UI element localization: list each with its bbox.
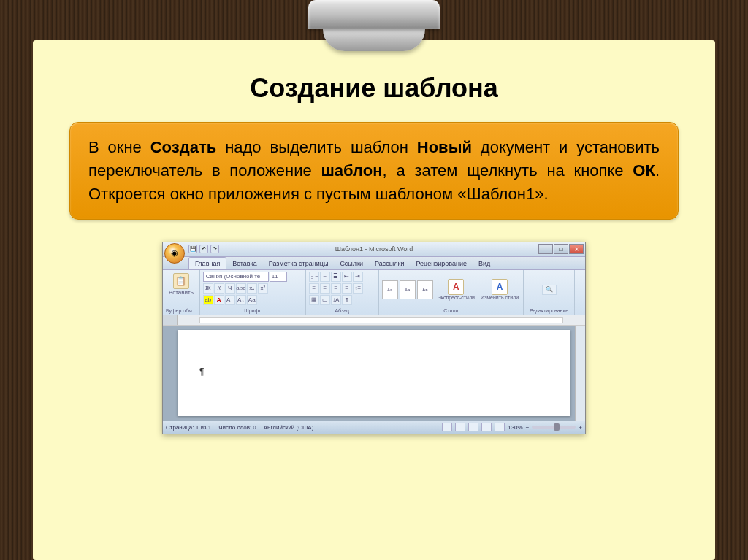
zoom-in-button[interactable]: + bbox=[579, 424, 582, 431]
align-right-button[interactable]: ≡ bbox=[331, 283, 341, 294]
group-clipboard: 📋 Вставить Буфер обм... bbox=[163, 270, 200, 315]
view-outline-button[interactable] bbox=[481, 423, 492, 431]
style-heading1[interactable]: Aa bbox=[417, 280, 433, 299]
numbering-button[interactable]: ≡ bbox=[320, 272, 330, 282]
zoom-level[interactable]: 130% bbox=[508, 424, 522, 431]
group-font: Calibri (Основной те 11 Ж К Ч abc x₂ x² … bbox=[200, 270, 306, 315]
align-left-button[interactable]: ≡ bbox=[309, 283, 319, 294]
find-button[interactable]: 🔍 bbox=[542, 285, 557, 295]
save-icon[interactable]: 💾 bbox=[188, 245, 197, 253]
slide-title: Создание шаблона bbox=[69, 73, 679, 104]
quick-styles-button[interactable]: A Экспресс-стили bbox=[436, 277, 476, 302]
group-editing: 🔍 Редактирование bbox=[524, 270, 575, 315]
status-bar: Страница: 1 из 1 Число слов: 0 Английски… bbox=[163, 421, 585, 434]
undo-icon[interactable]: ↶ bbox=[199, 245, 208, 253]
minimize-button[interactable]: — bbox=[538, 244, 553, 254]
group-label-styles: Стили bbox=[382, 308, 520, 313]
indent-dec-button[interactable]: ⇤ bbox=[342, 272, 352, 282]
quick-styles-icon: A bbox=[448, 279, 464, 295]
grow-font-button[interactable]: A↑ bbox=[225, 295, 235, 305]
status-page[interactable]: Страница: 1 из 1 bbox=[166, 424, 211, 431]
window-title: Шаблон1 - Microsoft Word bbox=[335, 245, 413, 253]
tab-layout[interactable]: Разметка страницы bbox=[263, 258, 335, 269]
view-web-button[interactable] bbox=[468, 423, 478, 431]
text-part: надо выделить шаблон bbox=[216, 138, 417, 156]
group-label-paragraph: Абзац bbox=[309, 308, 375, 313]
titlebar: ◉ 💾 ↶ ↷ Шаблон1 - Microsoft Word — □ ✕ bbox=[163, 242, 585, 257]
view-draft-button[interactable] bbox=[495, 423, 505, 431]
text-bold-create: Создать bbox=[150, 138, 216, 156]
multilevel-button[interactable]: ≣ bbox=[331, 272, 341, 282]
strike-button[interactable]: abc bbox=[236, 283, 246, 294]
font-name-combo[interactable]: Calibri (Основной те bbox=[203, 272, 269, 282]
pilcrow-button[interactable]: ¶ bbox=[342, 295, 352, 305]
shading-button[interactable]: ▦ bbox=[309, 295, 319, 305]
line-spacing-button[interactable]: ↕≡ bbox=[353, 283, 363, 294]
clipboard-clip-decoration bbox=[308, 0, 440, 51]
change-case-button[interactable]: Aa bbox=[247, 295, 257, 305]
ribbon-tabs: Главная Вставка Разметка страницы Ссылки… bbox=[163, 257, 585, 270]
bold-button[interactable]: Ж bbox=[203, 283, 213, 294]
tab-home[interactable]: Главная bbox=[188, 257, 226, 269]
font-color-button[interactable]: A bbox=[214, 295, 224, 305]
status-language[interactable]: Английский (США) bbox=[264, 424, 314, 431]
shrink-font-button[interactable]: A↓ bbox=[236, 295, 246, 305]
tab-insert[interactable]: Вставка bbox=[226, 258, 262, 269]
quick-access-toolbar: 💾 ↶ ↷ bbox=[188, 245, 219, 253]
vertical-scrollbar[interactable] bbox=[575, 326, 585, 421]
group-paragraph: ⋮≡ ≡ ≣ ⇤ ⇥ ≡ ≡ ≡ ≡ ↕≡ ▦ bbox=[306, 270, 379, 315]
tab-review[interactable]: Рецензирование bbox=[410, 258, 473, 269]
change-styles-icon: A bbox=[492, 279, 508, 295]
paste-icon: 📋 bbox=[173, 273, 189, 289]
ruler[interactable] bbox=[163, 315, 585, 326]
text-part: , а затем щелкнуть на кнопке bbox=[383, 161, 633, 180]
slide-note: Создание шаблона В окне Создать надо выд… bbox=[33, 40, 715, 560]
subscript-button[interactable]: x₂ bbox=[247, 283, 257, 294]
text-bold-new: Новый bbox=[417, 138, 472, 156]
text-bold-ok: ОК bbox=[633, 161, 655, 180]
style-nospacing[interactable]: Aa bbox=[400, 280, 416, 299]
style-normal[interactable]: Aa bbox=[382, 280, 398, 299]
view-fullscreen-button[interactable] bbox=[455, 423, 465, 431]
align-center-button[interactable]: ≡ bbox=[320, 283, 330, 294]
tab-references[interactable]: Ссылки bbox=[334, 258, 369, 269]
bullets-button[interactable]: ⋮≡ bbox=[309, 272, 319, 282]
paste-button[interactable]: 📋 Вставить bbox=[166, 272, 196, 297]
window-controls: — □ ✕ bbox=[538, 244, 584, 254]
ruler-corner bbox=[163, 315, 178, 325]
horizontal-ruler[interactable] bbox=[178, 315, 585, 325]
group-label-editing: Редактирование bbox=[527, 308, 571, 313]
indent-inc-button[interactable]: ⇥ bbox=[353, 272, 363, 282]
change-styles-button[interactable]: A Изменить стили bbox=[479, 277, 520, 302]
tab-mailings[interactable]: Рассылки bbox=[369, 258, 410, 269]
font-size-combo[interactable]: 11 bbox=[270, 272, 287, 282]
paste-label: Вставить bbox=[169, 289, 194, 296]
zoom-slider[interactable] bbox=[532, 426, 576, 429]
change-styles-label: Изменить стили bbox=[481, 295, 519, 300]
superscript-button[interactable]: x² bbox=[258, 283, 268, 294]
group-styles: Aa Aa Aa A Экспресс-стили A Изменить сти… bbox=[379, 270, 524, 315]
zoom-out-button[interactable]: − bbox=[526, 424, 530, 431]
group-label-clipboard: Буфер обм... bbox=[166, 308, 196, 313]
tab-view[interactable]: Вид bbox=[473, 258, 496, 269]
highlight-button[interactable]: ab bbox=[203, 295, 213, 305]
view-print-layout-button[interactable] bbox=[442, 423, 452, 431]
word-app-window: ◉ 💾 ↶ ↷ Шаблон1 - Microsoft Word — □ ✕ Г… bbox=[162, 242, 586, 434]
maximize-button[interactable]: □ bbox=[554, 244, 568, 254]
status-words[interactable]: Число слов: 0 bbox=[218, 424, 256, 431]
close-button[interactable]: ✕ bbox=[569, 244, 584, 254]
group-label-font: Шрифт bbox=[203, 308, 302, 313]
document-page[interactable]: ¶ bbox=[178, 330, 570, 416]
underline-button[interactable]: Ч bbox=[225, 283, 235, 294]
justify-button[interactable]: ≡ bbox=[342, 283, 352, 294]
text-part: В окне bbox=[88, 138, 150, 156]
italic-button[interactable]: К bbox=[214, 283, 224, 294]
redo-icon[interactable]: ↷ bbox=[210, 245, 219, 253]
office-button[interactable]: ◉ bbox=[164, 243, 185, 264]
document-viewport: ¶ bbox=[163, 326, 585, 421]
sort-button[interactable]: ↓A bbox=[331, 295, 341, 305]
instruction-textbox: В окне Создать надо выделить шаблон Новы… bbox=[69, 122, 679, 220]
borders-button[interactable]: ▭ bbox=[320, 295, 330, 305]
quick-styles-label: Экспресс-стили bbox=[438, 295, 475, 300]
paragraph-mark: ¶ bbox=[199, 367, 204, 377]
